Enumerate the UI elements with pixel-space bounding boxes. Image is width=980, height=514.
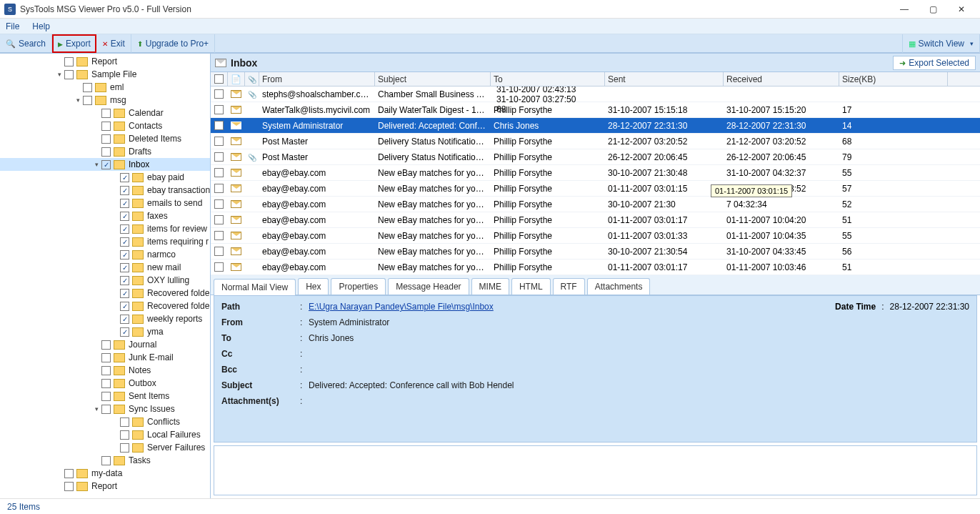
col-to[interactable]: To xyxy=(491,72,605,86)
col-from[interactable]: From xyxy=(259,72,375,86)
tree-item[interactable]: ✓yma xyxy=(0,325,211,338)
tree-item[interactable]: ✓emails to send xyxy=(0,197,211,209)
tree-checkbox[interactable]: ✓ xyxy=(120,250,129,260)
twisty-icon[interactable]: ▾ xyxy=(91,405,101,412)
tree-checkbox[interactable] xyxy=(83,96,92,105)
twisty-icon[interactable]: ▾ xyxy=(54,71,64,78)
mail-row[interactable]: ebay@ebay.comNew eBay matches for your f… xyxy=(211,212,980,228)
mail-row[interactable]: System AdministratorDelivered: Accepted:… xyxy=(211,118,980,134)
tab-hex[interactable]: Hex xyxy=(298,278,329,295)
tree-item[interactable]: my-data xyxy=(0,467,211,480)
tree-checkbox[interactable]: ✓ xyxy=(120,173,129,182)
row-checkbox[interactable] xyxy=(214,89,224,99)
tree-checkbox[interactable]: ✓ xyxy=(120,276,129,285)
tree-checkbox[interactable]: ✓ xyxy=(120,212,129,221)
tab-html[interactable]: HTML xyxy=(511,278,551,295)
tree-item[interactable]: Deleted Items xyxy=(0,132,211,145)
tree-checkbox[interactable]: ✓ xyxy=(101,160,111,169)
row-checkbox[interactable] xyxy=(214,121,224,130)
upgrade-button[interactable]: Upgrade to Pro+ xyxy=(131,34,215,53)
tree-checkbox[interactable] xyxy=(101,379,111,388)
mail-row[interactable]: ebay@ebay.comNew eBay matches for your f… xyxy=(211,165,980,181)
tree-checkbox[interactable]: ✓ xyxy=(120,224,129,234)
maximize-button[interactable]: ▢ xyxy=(919,1,947,17)
tree-checkbox[interactable]: ✓ xyxy=(120,289,129,298)
tab-message-header[interactable]: Message Header xyxy=(388,278,469,295)
tree-item[interactable]: ✓Recovered folde xyxy=(0,300,211,312)
col-type-icon[interactable]: 📄 xyxy=(228,72,245,86)
tree-item[interactable]: ▾✓Inbox xyxy=(0,158,211,171)
mail-row[interactable]: ebay@ebay.comNew eBay matches for your f… xyxy=(211,260,980,275)
tree-item[interactable]: eml xyxy=(0,81,211,94)
tree-item[interactable]: ✓new mail xyxy=(0,261,211,274)
tree-item[interactable]: Report xyxy=(0,480,211,493)
tree-checkbox[interactable] xyxy=(64,482,74,491)
tab-properties[interactable]: Properties xyxy=(331,278,386,295)
mail-row[interactable]: WaterTalk@lists.mycivil.comDaily WaterTa… xyxy=(211,102,980,118)
tree-item[interactable]: ✓Recovered folde xyxy=(0,287,211,300)
tree-item[interactable]: Outbox xyxy=(0,377,211,390)
tree-checkbox[interactable]: ✓ xyxy=(120,199,129,208)
exit-button[interactable]: Exit xyxy=(96,34,131,53)
menu-file[interactable]: File xyxy=(6,21,19,31)
tree-checkbox[interactable]: ✓ xyxy=(120,302,129,311)
mail-row[interactable]: ebay@ebay.comNew eBay matches for your f… xyxy=(211,181,980,197)
tree-item[interactable]: Contacts xyxy=(0,119,211,132)
row-checkbox[interactable] xyxy=(214,137,224,146)
tree-checkbox[interactable] xyxy=(120,417,129,427)
mail-row[interactable]: ebay@ebay.comNew eBay matches for your f… xyxy=(211,197,980,212)
tree-checkbox[interactable] xyxy=(101,392,111,401)
tree-item[interactable]: Junk E-mail xyxy=(0,351,211,364)
tree-checkbox[interactable] xyxy=(101,353,111,362)
tree-item[interactable]: ✓items requiring r xyxy=(0,235,211,248)
mail-row[interactable]: Post MasterDelivery Status Notification … xyxy=(211,149,980,165)
tree-item[interactable]: ▾Sample File xyxy=(0,68,211,81)
mail-row[interactable]: stephs@shoalschamber.comChamber Small Bu… xyxy=(211,87,980,102)
tree-checkbox[interactable]: ✓ xyxy=(120,327,129,337)
tree-checkbox[interactable] xyxy=(101,109,111,118)
tree-checkbox[interactable] xyxy=(120,430,129,440)
tree-item[interactable]: Tasks xyxy=(0,454,211,467)
tree-checkbox[interactable] xyxy=(64,70,74,79)
tree-item[interactable]: ✓items for review xyxy=(0,222,211,235)
row-checkbox[interactable] xyxy=(214,105,224,114)
tree-item[interactable]: ✓ebay transaction xyxy=(0,184,211,197)
row-checkbox[interactable] xyxy=(214,184,224,193)
minimize-button[interactable]: — xyxy=(890,1,919,17)
tree-checkbox[interactable] xyxy=(101,405,111,414)
mail-grid[interactable]: 01-11-2007 03:01:15 stephs@shoalschamber… xyxy=(211,87,980,275)
tab-rtf[interactable]: RTF xyxy=(553,278,585,295)
tree-checkbox[interactable]: ✓ xyxy=(120,263,129,272)
tree-item[interactable]: Local Failures xyxy=(0,428,211,441)
switch-view-button[interactable]: Switch View xyxy=(902,34,980,53)
detail-path-value[interactable]: E:\Ugra Narayan Pandey\Sample File\msg\I… xyxy=(309,302,494,312)
search-button[interactable]: Search xyxy=(0,34,52,53)
mail-row[interactable]: ebay@ebay.comNew eBay matches for your f… xyxy=(211,228,980,244)
col-received[interactable]: Received xyxy=(724,72,839,86)
row-checkbox[interactable] xyxy=(214,152,224,162)
tree-checkbox[interactable] xyxy=(101,147,111,157)
col-attachment[interactable] xyxy=(245,72,259,86)
tree-checkbox[interactable]: ✓ xyxy=(120,315,129,324)
tree-item[interactable]: Notes xyxy=(0,364,211,377)
col-sent[interactable]: Sent xyxy=(605,72,724,86)
menu-help[interactable]: Help xyxy=(32,21,50,31)
mail-row[interactable]: Post MasterDelivery Status Notification … xyxy=(211,134,980,149)
tree-checkbox[interactable] xyxy=(64,469,74,478)
tree-item[interactable]: Report xyxy=(0,55,211,68)
tree-checkbox[interactable] xyxy=(83,83,92,92)
tab-normal-mail-view[interactable]: Normal Mail View xyxy=(214,279,296,295)
tree-checkbox[interactable] xyxy=(120,443,129,453)
export-button[interactable]: Export xyxy=(52,34,96,53)
tab-mime[interactable]: MIME xyxy=(471,278,509,295)
tree-item[interactable]: ✓faxes xyxy=(0,209,211,222)
tree-checkbox[interactable] xyxy=(101,134,111,144)
tree-checkbox[interactable] xyxy=(101,366,111,375)
row-checkbox[interactable] xyxy=(214,199,224,209)
tab-attachments[interactable]: Attachments xyxy=(587,278,651,295)
export-selected-button[interactable]: Export Selected xyxy=(893,56,976,70)
tree-item[interactable]: ✓ebay paid xyxy=(0,171,211,184)
tree-item[interactable]: ✓narmco xyxy=(0,248,211,261)
twisty-icon[interactable]: ▾ xyxy=(91,161,101,168)
tree-item[interactable]: ▾Sync Issues xyxy=(0,402,211,415)
